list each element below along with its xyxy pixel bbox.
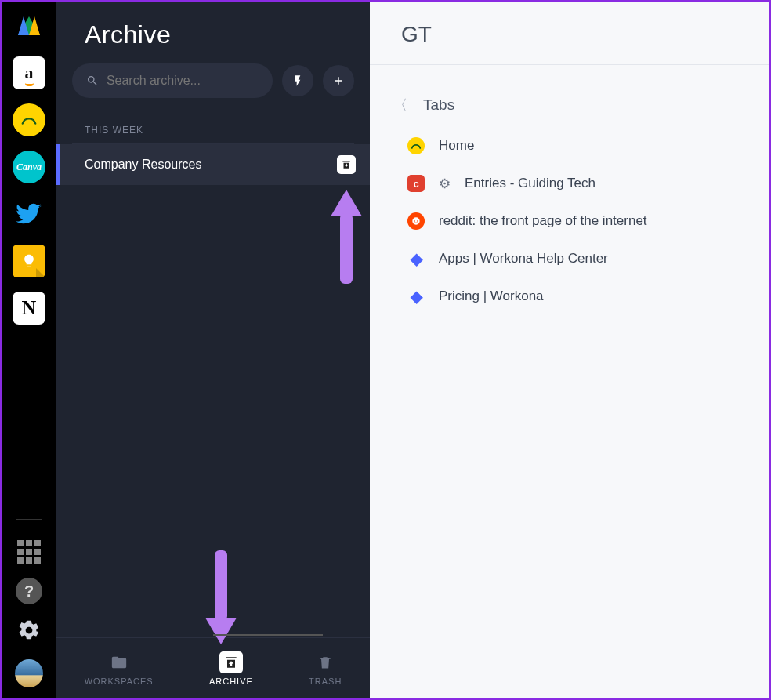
tab-item[interactable]: ◆ Apps | Workona Help Center: [407, 250, 769, 267]
nav-archive[interactable]: ARCHIVE: [209, 651, 253, 686]
panel-subtitle: Tabs: [423, 96, 454, 114]
svg-point-0: [412, 217, 419, 224]
tab-item[interactable]: Home: [407, 137, 769, 154]
amazon-icon[interactable]: a: [13, 56, 45, 89]
rail-separator: [16, 519, 42, 520]
user-avatar[interactable]: [15, 659, 43, 687]
nav-indicator: [213, 634, 323, 636]
nav-trash[interactable]: TRASH: [309, 651, 342, 686]
google-drive-icon[interactable]: [13, 9, 45, 42]
favicon-reddit-icon: [407, 212, 425, 230]
nav-label: ARCHIVE: [209, 676, 253, 686]
archive-bottom-nav: WORKSPACES ARCHIVE TRASH: [56, 637, 370, 698]
panel-breadcrumb[interactable]: 〈 Tabs: [370, 78, 769, 132]
archive-item-title: Company Resources: [85, 158, 201, 172]
tab-title: Home: [439, 138, 474, 154]
archive-item[interactable]: Company Resources: [56, 144, 370, 185]
chevron-left-icon: 〈: [393, 96, 407, 114]
bolt-icon: [291, 74, 304, 87]
tab-item[interactable]: reddit: the front page of the internet: [407, 212, 769, 230]
search-input-wrap[interactable]: [72, 63, 273, 98]
notion-icon[interactable]: N: [13, 292, 45, 325]
favicon-site-icon: c: [407, 175, 425, 192]
trash-icon: [313, 651, 337, 673]
app-rail: a Canva N ?: [2, 2, 56, 698]
plus-icon: [332, 74, 345, 87]
apps-grid-icon[interactable]: [17, 540, 41, 564]
panel-title: GT: [370, 2, 769, 64]
tab-title: Pricing | Workona: [439, 288, 544, 304]
section-header: THIS WEEK: [56, 98, 370, 143]
canva-icon[interactable]: Canva: [13, 151, 45, 183]
details-panel: GT 〈 Tabs Home c ⚙ Entries - Guiding Tec…: [370, 2, 769, 698]
twitter-icon[interactable]: [13, 198, 45, 230]
help-icon[interactable]: ?: [16, 578, 42, 604]
favicon-workona-icon: ◆: [407, 288, 425, 305]
google-keep-icon[interactable]: [13, 245, 45, 277]
tab-title: reddit: the front page of the internet: [439, 213, 647, 229]
tab-item[interactable]: c ⚙ Entries - Guiding Tech: [407, 175, 769, 192]
tab-list: Home c ⚙ Entries - Guiding Tech reddit: …: [370, 132, 769, 305]
search-input[interactable]: [107, 74, 259, 88]
nav-label: TRASH: [309, 676, 342, 686]
archive-icon: [219, 651, 243, 673]
add-button[interactable]: [323, 65, 354, 96]
basecamp-icon[interactable]: [13, 103, 45, 136]
folder-icon: [107, 651, 131, 673]
annotation-arrow-down: [205, 550, 237, 644]
archive-panel: Archive THIS WEEK Company Resources: [56, 2, 370, 698]
svg-point-1: [414, 220, 415, 222]
annotation-arrow-up: [331, 190, 362, 284]
tab-prefix-gear-icon: ⚙: [439, 176, 451, 192]
nav-label: WORKSPACES: [85, 676, 154, 686]
tab-title: Entries - Guiding Tech: [465, 176, 595, 191]
archive-box-down-icon: [341, 159, 352, 170]
favicon-workona-icon: ◆: [407, 250, 425, 267]
favicon-basecamp-icon: [407, 137, 425, 154]
tab-item[interactable]: ◆ Pricing | Workona: [407, 288, 769, 305]
tab-title: Apps | Workona Help Center: [439, 251, 608, 267]
page-title: Archive: [56, 2, 370, 63]
nav-workspaces[interactable]: WORKSPACES: [85, 651, 154, 686]
unarchive-button[interactable]: [337, 155, 356, 174]
search-icon: [86, 74, 99, 88]
svg-point-2: [417, 220, 418, 222]
quick-switch-button[interactable]: [282, 65, 313, 96]
settings-gear-icon[interactable]: [17, 618, 41, 645]
